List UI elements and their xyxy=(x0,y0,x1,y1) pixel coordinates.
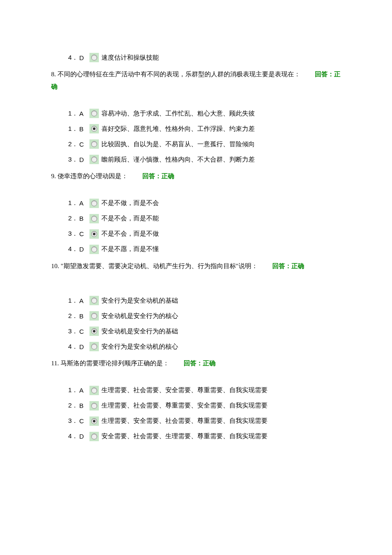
radio-icon[interactable] xyxy=(89,432,99,441)
option-text: 不是不愿，而是不懂 xyxy=(101,245,159,253)
question-11-options: 1． A 生理需要、社会需要、安全需要、尊重需要、自我实现需要 2． B 生理需… xyxy=(51,386,341,441)
list-item: 3． C 安全动机是安全行为的基础 xyxy=(68,327,341,336)
radio-icon[interactable] xyxy=(89,386,99,395)
option-number: 4． xyxy=(68,54,79,62)
radio-icon[interactable] xyxy=(89,327,99,336)
list-item: 2． C 比较固执、自以为是、不易盲从、一意孤行、冒险倾向 xyxy=(68,139,341,149)
option-letter: A xyxy=(79,297,89,304)
option-text: 安全动机是安全行为的核心 xyxy=(101,312,178,320)
list-item: 4． D 安全需要、社会需要、生理需要、尊重需要、自我实现需要 xyxy=(68,432,341,441)
option-letter: D xyxy=(79,156,89,163)
option-text: 比较固执、自以为是、不易盲从、一意孤行、冒险倾向 xyxy=(101,140,255,148)
option-text: 容易冲动、急于求成、工作忙乱、粗心大意、顾此失彼 xyxy=(101,110,255,118)
list-item: 1． A 容易冲动、急于求成、工作忙乱、粗心大意、顾此失彼 xyxy=(68,109,341,118)
option-number: 4． xyxy=(68,343,79,351)
question-number: 10. xyxy=(51,263,59,269)
option-letter: C xyxy=(79,328,89,335)
question-text: 马斯洛的需要理论排列顺序正确的是： xyxy=(59,360,169,367)
radio-icon[interactable] xyxy=(89,199,99,208)
option-text: 生理需要、社会需要、安全需要、尊重需要、自我实现需要 xyxy=(101,386,268,394)
question-11: 11. 马斯洛的需要理论排列顺序正确的是： 回答：正确 xyxy=(51,357,341,370)
list-item: 2． B 安全动机是安全行为的核心 xyxy=(68,311,341,321)
radio-icon[interactable] xyxy=(89,53,99,62)
radio-icon[interactable] xyxy=(89,139,99,149)
option-number: 1． xyxy=(68,297,79,305)
radio-icon[interactable] xyxy=(89,401,99,410)
question-10-options: 1． A 安全行为是安全动机的基础 2． B 安全动机是安全行为的核心 3． C… xyxy=(51,296,341,351)
feedback-label: 回答：正确 xyxy=(184,360,216,367)
radio-icon[interactable] xyxy=(89,342,99,351)
radio-icon[interactable] xyxy=(89,296,99,305)
question-8: 8. 不同的心理特征在生产活动中有不同的表现，乐群型的人群的消极表现主要是表现在… xyxy=(51,68,341,92)
option-text: 生理需要、安全需要、社会需要、尊重需要、自我实现需要 xyxy=(101,417,268,425)
radio-icon[interactable] xyxy=(89,311,99,321)
option-letter: B xyxy=(79,402,89,409)
option-letter: A xyxy=(79,199,89,207)
option-text: 不是不会，而是不做 xyxy=(101,230,159,238)
page-content: 4． D 速度估计和操纵技能 8. 不同的心理特征在生产活动中有不同的表现，乐群… xyxy=(0,0,392,473)
radio-icon[interactable] xyxy=(89,155,99,164)
feedback-label: 回答：正确 xyxy=(142,173,174,179)
question-10: 10. "期望激发需要、需要决定动机、动机产生行为、行为指向目标"说明： 回答：… xyxy=(51,260,341,272)
option-text: 生理需要、社会需要、尊重需要、安全需要、自我实现需要 xyxy=(101,402,268,410)
radio-icon[interactable] xyxy=(89,109,99,118)
option-number: 3． xyxy=(68,417,79,425)
list-item: 1． A 生理需要、社会需要、安全需要、尊重需要、自我实现需要 xyxy=(68,386,341,395)
option-letter: C xyxy=(79,417,89,425)
option-text: 速度估计和操纵技能 xyxy=(101,54,159,62)
option-number: 1． xyxy=(68,199,79,207)
list-item: 3． D 瞻前顾后、谨小慎微、性格内向、不大合群、判断力差 xyxy=(68,155,341,164)
question-number: 9. xyxy=(51,173,56,179)
question-8-options: 1． A 容易冲动、急于求成、工作忙乱、粗心大意、顾此失彼 1． B 喜好交际、… xyxy=(51,109,341,164)
question-text: "期望激发需要、需要决定动机、动机产生行为、行为指向目标"说明： xyxy=(59,263,258,269)
option-number: 2． xyxy=(68,312,79,320)
option-number: 1． xyxy=(68,110,79,118)
option-letter: C xyxy=(79,230,89,237)
radio-icon[interactable] xyxy=(89,124,99,133)
option-text: 不是不会，而是不能 xyxy=(101,214,159,223)
option-letter: B xyxy=(79,312,89,320)
option-text: 安全动机是安全行为的基础 xyxy=(101,327,178,335)
list-item: 4． D 不是不愿，而是不懂 xyxy=(68,245,341,254)
question-9-options: 1． A 不是不做，而是不会 2． B 不是不会，而是不能 3． C 不是不会，… xyxy=(51,199,341,254)
question-number: 11. xyxy=(51,360,59,367)
option-number: 3． xyxy=(68,327,79,335)
list-item: 1． A 不是不做，而是不会 xyxy=(68,199,341,208)
option-text: 不是不做，而是不会 xyxy=(101,199,159,207)
option-number: 1． xyxy=(68,125,79,133)
option-number: 4． xyxy=(68,432,79,440)
radio-icon[interactable] xyxy=(89,416,99,426)
option-letter: A xyxy=(79,387,89,394)
option-letter: D xyxy=(79,433,89,440)
option-letter: D xyxy=(79,246,89,253)
question-9: 9. 侥幸违章的心理动因是： 回答：正确 xyxy=(51,170,341,182)
list-item: 2． B 生理需要、社会需要、尊重需要、安全需要、自我实现需要 xyxy=(68,401,341,410)
option-letter: D xyxy=(79,54,89,61)
list-item: 1． A 安全行为是安全动机的基础 xyxy=(68,296,341,305)
list-item: 4． D 安全行为是安全动机的核心 xyxy=(68,342,341,351)
option-number: 4． xyxy=(68,245,79,253)
list-item: 2． B 不是不会，而是不能 xyxy=(68,214,341,223)
option-letter: B xyxy=(79,215,89,222)
option-number: 2． xyxy=(68,214,79,223)
option-text: 安全行为是安全动机的基础 xyxy=(101,297,178,305)
option-number: 1． xyxy=(68,386,79,394)
option-letter: D xyxy=(79,343,89,350)
option-letter: C xyxy=(79,141,89,148)
option-number: 3． xyxy=(68,156,79,164)
question-text: 不同的心理特征在生产活动中有不同的表现，乐群型的人群的消极表现主要是表现在： xyxy=(56,71,300,78)
radio-icon[interactable] xyxy=(89,245,99,254)
option-text: 安全行为是安全动机的核心 xyxy=(101,343,178,351)
option-letter: A xyxy=(79,110,89,117)
radio-icon[interactable] xyxy=(89,214,99,223)
option-number: 2． xyxy=(68,140,79,148)
option-letter: B xyxy=(79,125,89,133)
list-item: 3． C 不是不会，而是不做 xyxy=(68,229,341,239)
list-item: 3． C 生理需要、安全需要、社会需要、尊重需要、自我实现需要 xyxy=(68,416,341,426)
feedback-label: 回答：正确 xyxy=(272,263,304,269)
option-number: 3． xyxy=(68,230,79,238)
radio-icon[interactable] xyxy=(89,229,99,239)
option-text: 安全需要、社会需要、生理需要、尊重需要、自我实现需要 xyxy=(101,432,268,440)
list-item: 4． D 速度估计和操纵技能 xyxy=(68,53,341,62)
question-text: 侥幸违章的心理动因是： xyxy=(56,173,128,179)
